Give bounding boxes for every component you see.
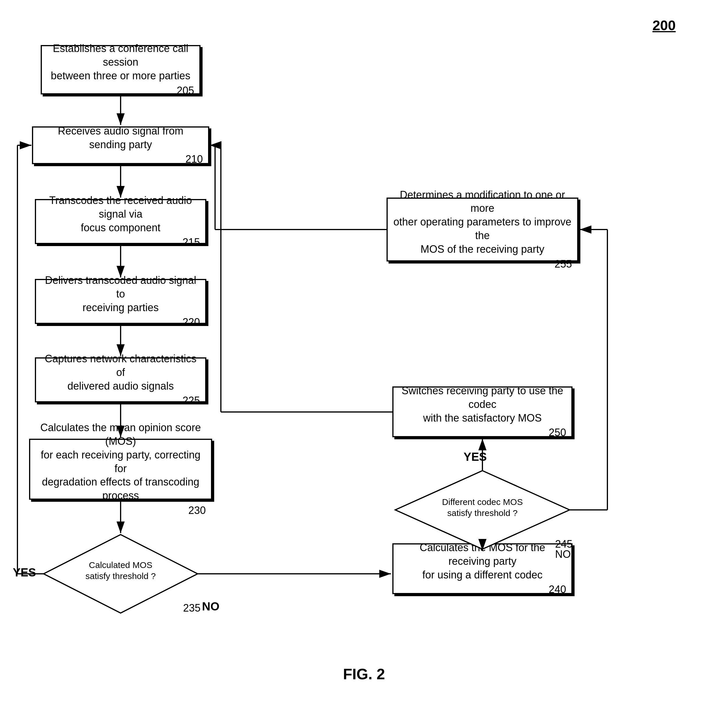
label-no-235: NO (202, 600, 220, 613)
svg-text:Different codec MOS: Different codec MOS (442, 497, 523, 507)
diagram-container: 200 Establishes a conference call sessio… (0, 0, 728, 706)
box-240-step: 240 (549, 583, 566, 596)
svg-text:Calculated MOS: Calculated MOS (89, 560, 152, 570)
box-230-label: Calculates the mean opinion score (MOS)f… (35, 421, 206, 502)
svg-text:satisfy threshold ?: satisfy threshold ? (85, 571, 156, 581)
fig-label: FIG. 2 (343, 665, 385, 683)
box-205-label: Establishes a conference call sessionbet… (47, 42, 194, 82)
svg-text:235: 235 (183, 602, 201, 614)
box-230-step: 230 (188, 504, 206, 517)
box-205: Establishes a conference call sessionbet… (41, 45, 201, 94)
svg-text:satisfy threshold ?: satisfy threshold ? (447, 508, 518, 518)
box-215-label: Transcodes the received audio signal via… (41, 194, 200, 234)
box-220-step: 220 (182, 316, 200, 329)
label-yes-235: YES (13, 566, 36, 579)
box-250-step: 250 (549, 426, 566, 440)
box-255: Determines a modification to one or more… (387, 198, 578, 261)
box-215: Transcodes the received audio signal via… (35, 199, 207, 244)
box-255-step: 255 (555, 257, 572, 271)
box-240-label: Calculates the MOS for the receiving par… (399, 541, 566, 582)
box-220: Delivers transcoded audio signal torecei… (35, 279, 207, 324)
box-250-label: Switches receiving party to use the code… (399, 384, 566, 425)
box-255-label: Determines a modification to one or more… (393, 188, 572, 256)
box-225-step: 225 (182, 394, 200, 408)
box-210: Receives audio signal from sending party… (32, 126, 209, 164)
box-250: Switches receiving party to use the code… (392, 386, 572, 437)
box-220-label: Delivers transcoded audio signal torecei… (41, 274, 200, 314)
box-225: Captures network characteristics ofdeliv… (35, 357, 207, 402)
box-230: Calculates the mean opinion score (MOS)f… (29, 439, 212, 500)
box-225-label: Captures network characteristics ofdeliv… (41, 352, 200, 393)
box-215-step: 215 (182, 235, 200, 249)
box-205-step: 205 (177, 84, 194, 98)
svg-marker-4 (395, 471, 570, 549)
box-240: Calculates the MOS for the receiving par… (392, 543, 572, 594)
svg-marker-0 (43, 534, 198, 613)
label-yes-245: YES (464, 450, 487, 463)
box-210-label: Receives audio signal from sending party (38, 124, 203, 152)
box-210-step: 210 (185, 153, 203, 166)
diagram-number: 200 (653, 17, 676, 33)
